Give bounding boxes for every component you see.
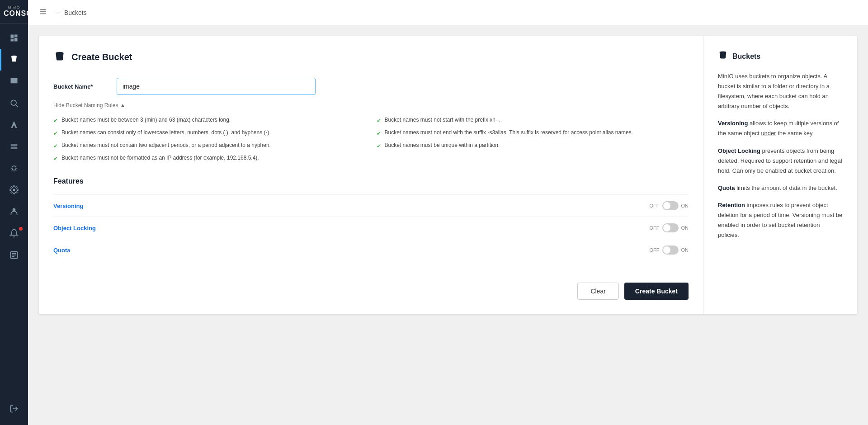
sidebar-item-search[interactable] [0,92,28,114]
main-content: ← Buckets Create Bucket [28,0,868,425]
feature-quota-label: Quota [53,247,650,254]
rule-text: Bucket names must not be formatted as an… [61,154,259,162]
feature-versioning-label: Versioning [53,203,650,209]
logo-console: CONSOLE [4,9,24,18]
chevron-up-icon: ▲ [120,102,125,109]
bucket-icon [53,51,66,63]
sidebar-item-identity[interactable] [0,201,28,222]
object-locking-toggle[interactable] [662,223,679,232]
quota-on-label: ON [681,247,689,253]
sidebar-item-settings[interactable] [0,179,28,201]
quota-toggle-container: OFF ON [650,246,689,255]
rule-check-icon: ✔ [53,142,58,150]
feature-object-locking-label: Object Locking [53,225,650,231]
topbar: ← Buckets [28,0,868,25]
sidebar-bottom [0,398,28,425]
sidebar-item-replication[interactable] [0,157,28,179]
bucket-name-input[interactable] [117,78,316,95]
notification-badge [19,227,23,231]
object-locking-off-label: OFF [650,225,660,231]
side-panel-title-text: Buckets [732,52,760,61]
rule-text: Bucket names must not contain two adjace… [61,141,271,149]
object-locking-toggle-container: OFF ON [650,223,689,232]
sidebar: MinIO CONSOLE [0,0,28,425]
page-title-text: Create Bucket [71,52,132,62]
rule-item: ✔ Bucket names must not end with the suf… [377,128,689,137]
versioning-toggle-container: OFF ON [650,201,689,210]
side-text-4: Quota limits the amount of data in the b… [718,183,843,193]
sidebar-item-buckets[interactable] [0,49,28,71]
versioning-off-label: OFF [650,203,660,208]
sidebar-logo: MinIO CONSOLE [0,0,28,24]
menu-icon[interactable] [39,8,47,18]
features-title: Features [53,177,689,185]
sidebar-item-dashboard[interactable] [0,27,28,49]
rule-text: Bucket names can consist only of lowerca… [61,128,271,137]
rule-item: ✔ Bucket names must be unique within a p… [377,141,689,150]
rule-item: ✔ Bucket names must be between 3 (min) a… [53,116,366,125]
rule-text: Bucket names must be between 3 (min) and… [61,116,231,124]
sidebar-item-monitoring[interactable] [0,71,28,92]
side-text-1: MinIO uses buckets to organize objects. … [718,71,843,111]
rule-text: Bucket names must not start with the pre… [385,116,501,124]
side-text-5: Retention imposes rules to prevent objec… [718,200,843,240]
sidebar-item-lambda[interactable] [0,114,28,136]
hide-rules-label: Hide Bucket Naming Rules [53,102,118,109]
card-main: Create Bucket Bucket Name* Hide Bucket N… [39,36,703,314]
quota-off-label: OFF [650,247,660,253]
sidebar-item-logs[interactable] [0,244,28,266]
versioning-toggle[interactable] [662,201,679,210]
side-bucket-icon [718,51,728,62]
feature-object-locking-row: Object Locking OFF ON [53,217,689,239]
rule-check-icon: ✔ [377,117,381,125]
sidebar-item-tiering[interactable] [0,136,28,157]
clear-button[interactable]: Clear [577,283,618,300]
side-panel-title: Buckets [718,51,843,62]
create-bucket-button[interactable]: Create Bucket [624,283,689,300]
rule-check-icon: ✔ [53,129,58,137]
create-bucket-card: Create Bucket Bucket Name* Hide Bucket N… [39,36,857,314]
breadcrumb-back[interactable]: ← Buckets [56,9,87,16]
rule-text: Bucket names must be unique within a par… [385,141,500,149]
logo-mini: MinIO [4,5,24,9]
bucket-name-row: Bucket Name* [53,78,689,95]
quota-toggle[interactable] [662,246,679,255]
naming-rules-grid: ✔ Bucket names must be between 3 (min) a… [53,116,689,163]
sidebar-nav [0,24,28,398]
feature-quota-row: Quota OFF ON [53,239,689,261]
page-content: Create Bucket Bucket Name* Hide Bucket N… [28,25,868,425]
hide-rules-link[interactable]: Hide Bucket Naming Rules ▲ [53,102,689,109]
versioning-on-label: ON [681,203,689,208]
bucket-name-label: Bucket Name* [53,83,117,90]
side-text-3: Object Locking prevents objects from bei… [718,146,843,176]
side-text-2: Versioning allows to keep multiple versi… [718,118,843,138]
object-locking-on-label: ON [681,225,689,231]
sidebar-item-logout[interactable] [0,398,28,420]
rule-text: Bucket names must not end with the suffi… [385,128,633,137]
rule-item: ✔ Bucket names must not start with the p… [377,116,689,125]
svg-point-3 [13,208,16,212]
rule-check-icon: ✔ [377,142,381,150]
svg-line-2 [16,105,18,107]
svg-point-0 [11,56,17,57]
rule-item: ✔ Bucket names must not contain two adja… [53,141,366,150]
rule-check-icon: ✔ [53,155,58,163]
button-row: Clear Create Bucket [53,275,689,300]
rule-item: ✔ Bucket names must not be formatted as … [53,154,366,163]
sidebar-item-notifications[interactable] [0,222,28,244]
rule-check-icon: ✔ [377,129,381,137]
page-title: Create Bucket [53,51,689,63]
feature-versioning-row: Versioning OFF ON [53,194,689,217]
rule-item: ✔ Bucket names can consist only of lower… [53,128,366,137]
card-side: Buckets MinIO uses buckets to organize o… [703,36,857,314]
rule-check-icon: ✔ [53,117,58,125]
breadcrumb: ← Buckets [56,9,87,16]
